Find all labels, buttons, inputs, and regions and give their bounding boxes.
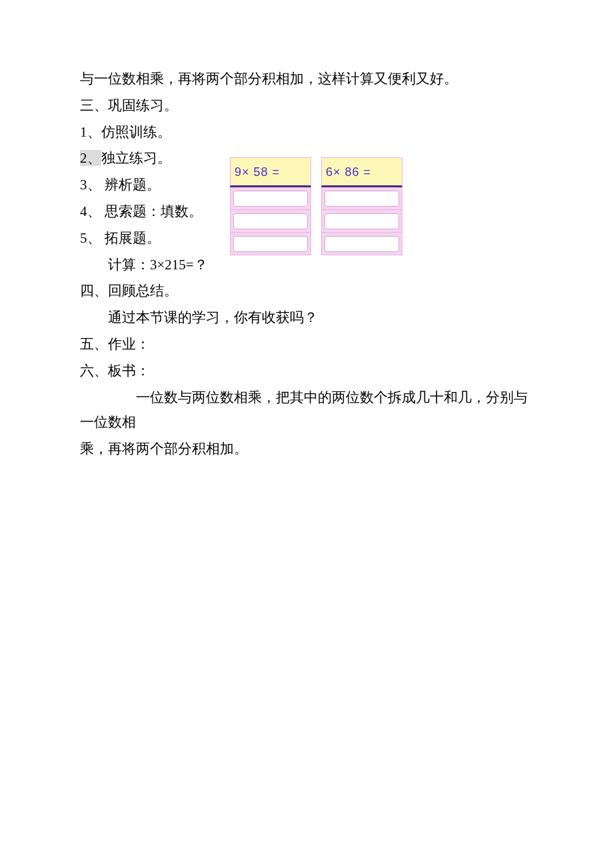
text-segment: 独立练习。 [101, 150, 171, 166]
answer-input[interactable] [324, 236, 399, 252]
answer-input[interactable] [324, 213, 399, 229]
answer-input[interactable] [233, 213, 308, 229]
answer-row [230, 233, 311, 255]
question-text: 通过本节课的学习，你有收获吗？ [80, 305, 533, 331]
answer-row [230, 187, 311, 210]
answer-input[interactable] [324, 191, 399, 207]
document-content: 与一位数相乘，再将两个部分积相加，这样计算又便利又好。 三、巩固练习。 1、仿照… [80, 67, 533, 462]
problem-header-1: 9× 58 = [230, 157, 311, 187]
answer-input[interactable] [233, 236, 308, 252]
answer-row [230, 210, 311, 233]
section-heading-5: 五、作业： [80, 332, 533, 357]
problem-box-container: 9× 58 = 6× 86 = [230, 157, 402, 255]
answer-input[interactable] [233, 191, 308, 207]
problem-column-2: 6× 86 = [321, 157, 402, 255]
summary-text-1: 一位数与两位数相乘，把其中的两位数个拆成几十和几，分别与一位数相 [80, 385, 533, 436]
answer-row [321, 233, 402, 255]
section-heading-4: 四、回顾总结。 [80, 279, 533, 304]
text-line: 与一位数相乘，再将两个部分积相加，这样计算又便利又好。 [80, 67, 533, 92]
problem-header-2: 6× 86 = [321, 157, 402, 187]
calculation-text: 计算：3×215=？ [80, 253, 533, 278]
answer-row [321, 187, 402, 210]
problem-column-1: 9× 58 = [230, 157, 311, 255]
section-heading-3: 三、巩固练习。 [80, 93, 533, 119]
section-heading-6: 六、板书： [80, 359, 533, 384]
list-item-1: 1、仿照训练。 [80, 120, 533, 145]
summary-text-2: 乘，再将两个部分积相加。 [80, 437, 533, 462]
highlighted-text: 2、 [80, 150, 101, 166]
answer-row [321, 210, 402, 233]
